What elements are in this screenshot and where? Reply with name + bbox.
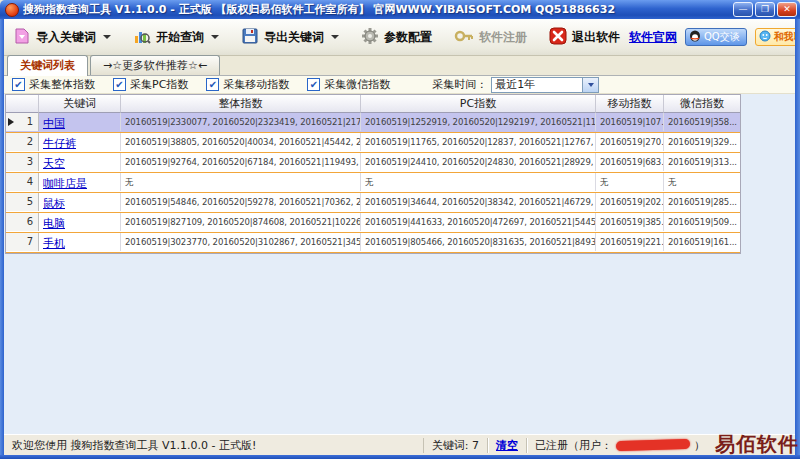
export-floppy-icon: [241, 27, 259, 48]
start-query-label: 开始查询: [156, 29, 204, 46]
chevron-down-icon: [588, 83, 594, 87]
chevron-down-icon: [211, 35, 219, 39]
minimize-button[interactable]: —: [733, 2, 753, 17]
config-button[interactable]: 参数配置: [352, 21, 441, 53]
row-number: 6: [27, 213, 33, 231]
wechat-index-cell: 20160519|161...: [664, 233, 740, 251]
overall-index-cell: 无: [121, 173, 361, 191]
keyword-link: 牛仔裤: [43, 137, 76, 150]
app-window: 搜狗指数查询工具 V1.1.0.0 - 正式版 【版权归易佰软件工作室所有】 官…: [0, 0, 800, 459]
mobile-index-cell: 20160519|270...: [596, 133, 664, 151]
wechat-index-cell: 20160519|509...: [664, 213, 740, 231]
maximize-button[interactable]: ❐: [755, 2, 775, 17]
window-border-right: [795, 19, 800, 459]
time-range-select[interactable]: 最近1年: [491, 77, 599, 93]
keyword-cell[interactable]: 鼠标: [39, 193, 121, 211]
chevron-down-icon: [103, 35, 111, 39]
website-link[interactable]: 软件官网: [629, 29, 677, 46]
table-row[interactable]: 6 电脑 20160519|827109, 20160520|874608, 2…: [6, 213, 740, 233]
register-button[interactable]: 软件注册: [445, 21, 536, 53]
exit-button[interactable]: 退出软件: [540, 21, 629, 53]
keyword-cell[interactable]: 电脑: [39, 213, 121, 231]
checkbox-label: 采集PC指数: [130, 77, 188, 92]
wechat-index-cell: 20160519|358...: [664, 113, 740, 131]
keyword-link: 鼠标: [43, 197, 65, 210]
keyword-cell[interactable]: 牛仔裤: [39, 133, 121, 151]
checkbox-pc-index[interactable]: ✔ 采集PC指数: [113, 77, 188, 92]
status-welcome: 欢迎您使用 搜狗指数查询工具 V1.1.0.0 - 正式版!: [4, 438, 423, 453]
header-keyword[interactable]: 关键词: [39, 95, 121, 113]
row-number: 4: [27, 173, 33, 191]
mobile-index-cell: 20160519|202...: [596, 193, 664, 211]
pc-index-cell: 20160519|1252919, 20160520|1292197, 2016…: [361, 113, 596, 131]
keyword-cell[interactable]: 手机: [39, 233, 121, 251]
window-border-bottom: [0, 455, 800, 459]
key-icon: [454, 27, 474, 48]
table-row[interactable]: 3 天空 20160519|92764, 20160520|67184, 201…: [6, 153, 740, 173]
start-query-button[interactable]: 开始查询: [124, 21, 228, 53]
header-mobile-index[interactable]: 移动指数: [596, 95, 664, 113]
row-header: 2: [6, 133, 39, 151]
wechat-index-cell: 20160519|329...: [664, 133, 740, 151]
tab-keyword-list[interactable]: 关键词列表: [7, 55, 88, 76]
checkbox-checked-icon: ✔: [113, 78, 126, 91]
mobile-index-cell: 20160519|683...: [596, 153, 664, 171]
status-clear-section: 清空: [488, 438, 527, 453]
tab-more-software[interactable]: →☆更多软件推荐☆←: [90, 55, 220, 75]
row-header: 3: [6, 153, 39, 171]
status-bar: 欢迎您使用 搜狗指数查询工具 V1.1.0.0 - 正式版! 关键词: 7 清空…: [4, 434, 795, 455]
toolbar-links: 软件官网 QQ交谈 和我联系: [629, 28, 800, 46]
filter-bar: ✔ 采集整体指数 ✔ 采集PC指数 ✔ 采集移动指数 ✔ 采集微信指数 采集时间…: [4, 76, 795, 94]
overall-index-cell: 20160519|827109, 20160520|874608, 201605…: [121, 213, 361, 231]
header-wechat-index[interactable]: 微信指数: [664, 95, 740, 113]
registered-text: 已注册（用户：: [535, 438, 612, 453]
pc-index-cell: 无: [361, 173, 596, 191]
register-label: 软件注册: [479, 29, 527, 46]
checkbox-label: 采集整体指数: [29, 77, 95, 92]
header-overall-index[interactable]: 整体指数: [121, 95, 361, 113]
checkbox-label: 采集微信指数: [324, 77, 390, 92]
import-keywords-button[interactable]: 导入关键词: [4, 21, 120, 53]
row-number: 3: [27, 153, 33, 171]
checkbox-overall-index[interactable]: ✔ 采集整体指数: [12, 77, 95, 92]
export-keywords-button[interactable]: 导出关键词: [232, 21, 348, 53]
combo-dropdown-button[interactable]: [582, 78, 598, 92]
keyword-cell[interactable]: 咖啡店是: [39, 173, 121, 191]
wechat-index-cell: 20160519|313...: [664, 153, 740, 171]
contact-button[interactable]: 和我联系: [755, 28, 800, 46]
clear-keywords-link[interactable]: 清空: [496, 438, 518, 453]
checkbox-wechat-index[interactable]: ✔ 采集微信指数: [307, 77, 390, 92]
checkbox-mobile-index[interactable]: ✔ 采集移动指数: [206, 77, 289, 92]
close-button[interactable]: ✕: [777, 2, 797, 17]
table-row[interactable]: 5 鼠标 20160519|54846, 20160520|59278, 201…: [6, 193, 740, 213]
table-row[interactable]: 2 牛仔裤 20160519|38805, 20160520|40034, 20…: [6, 133, 740, 153]
qq-chat-label: QQ交谈: [704, 30, 740, 44]
chevron-down-icon: [331, 35, 339, 39]
config-label: 参数配置: [384, 29, 432, 46]
header-pc-index[interactable]: PC指数: [361, 95, 596, 113]
table-row[interactable]: 4 咖啡店是 无 无 无 无: [6, 173, 740, 193]
row-number: 2: [27, 133, 33, 151]
keyword-link: 手机: [43, 237, 65, 250]
pc-index-cell: 20160519|441633, 20160520|472697, 201605…: [361, 213, 596, 231]
qq-icon: [689, 30, 701, 44]
keyword-link: 天空: [43, 157, 65, 170]
export-keywords-label: 导出关键词: [264, 29, 324, 46]
row-number: 5: [27, 193, 33, 211]
import-icon: [13, 27, 31, 48]
row-header: 4: [6, 173, 39, 191]
pc-index-cell: 20160519|805466, 20160520|831635, 201605…: [361, 233, 596, 251]
keyword-link: 电脑: [43, 217, 65, 230]
row-header: 7: [6, 233, 39, 251]
keyword-cell[interactable]: 天空: [39, 153, 121, 171]
qq-chat-button[interactable]: QQ交谈: [685, 28, 747, 46]
keyword-table: 关键词 整体指数 PC指数 移动指数 微信指数 1 中国 20160519|23…: [5, 94, 741, 254]
keyword-cell[interactable]: 中国: [39, 113, 121, 131]
checkbox-checked-icon: ✔: [12, 78, 25, 91]
table-header-row: 关键词 整体指数 PC指数 移动指数 微信指数: [6, 95, 740, 113]
row-number: 1: [27, 113, 33, 131]
table-row[interactable]: 1 中国 20160519|2330077, 20160520|2323419,…: [6, 113, 740, 133]
query-chart-icon: [133, 27, 151, 48]
table-row[interactable]: 7 手机 20160519|3023770, 20160520|3102867,…: [6, 233, 740, 253]
window-border-left: [0, 19, 4, 459]
